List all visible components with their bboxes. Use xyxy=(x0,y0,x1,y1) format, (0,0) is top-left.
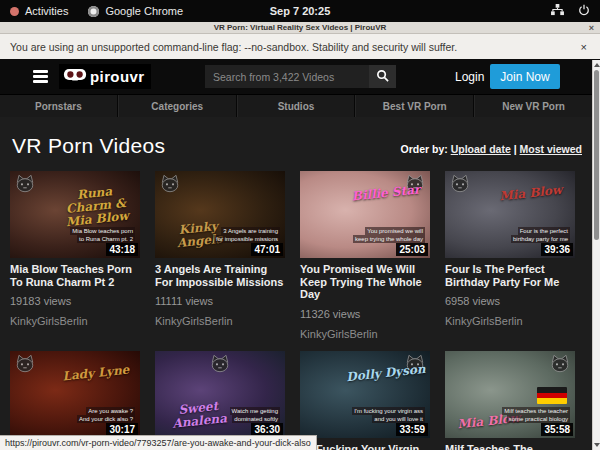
video-views: 11111 views xyxy=(155,295,285,307)
studio-cat-logo-icon xyxy=(404,354,426,377)
studio-cat-logo-icon xyxy=(14,354,36,377)
thumbnail-caption: Four is the perfectbirthday party for me xyxy=(511,227,570,243)
page-title: VR Porn Videos xyxy=(12,134,165,158)
studio-cat-logo-icon xyxy=(209,354,231,377)
site-header: pirouvr Login Join Now xyxy=(0,59,600,94)
thumbnail-caption: 3 Angels are trainingfor impossible miss… xyxy=(214,227,280,243)
main-nav: PornstarsCategoriesStudiosBest VR PornNe… xyxy=(0,94,592,117)
menu-icon[interactable] xyxy=(33,70,48,83)
window-close-icon[interactable]: × xyxy=(589,22,594,34)
studio-cat-logo-icon xyxy=(449,174,471,197)
thumbnail-overlay-name: Lady Lyne xyxy=(54,362,139,384)
system-top-bar: Activities Google Chrome Sep 7 20:25 xyxy=(0,0,600,22)
video-thumbnail[interactable]: Mia BlowMilf teaches the teachersome pra… xyxy=(445,351,575,438)
login-link[interactable]: Login xyxy=(455,70,484,84)
video-studio-link[interactable]: KinkyGirlsBerlin xyxy=(445,315,575,327)
order-by-separator: | xyxy=(514,143,517,155)
thumbnail-overlay-name: Runa Charm & Mia Blow xyxy=(52,183,140,231)
video-duration-badge: 43:18 xyxy=(106,243,138,256)
nav-item-studios[interactable]: Studios xyxy=(237,95,356,117)
nav-item-best-vr-porn[interactable]: Best VR Porn xyxy=(355,95,474,117)
thumbnail-caption: Milf teaches the teachersome practical b… xyxy=(502,407,570,423)
thumbnail-caption: You promised we willkeep trying the whol… xyxy=(353,227,425,243)
video-title[interactable]: Mia Blow Teaches Porn To Runa Charm Pt 2 xyxy=(10,263,140,288)
video-thumbnail[interactable]: Kinky Angels3 Angels are trainingfor imp… xyxy=(155,171,285,258)
thumbnail-caption: I'm fucking your virgin assand you will … xyxy=(352,407,425,423)
system-bar-left: Activities Google Chrome xyxy=(10,5,183,17)
video-card[interactable]: Dolly DysonI'm fucking your virgin assan… xyxy=(300,351,430,450)
studio-cat-logo-icon xyxy=(549,354,571,377)
window-title: VR Porn: Virtual Reality Sex Videos | Pi… xyxy=(214,23,387,32)
search-button[interactable] xyxy=(369,65,396,88)
video-title[interactable]: 3 Angels Are Training For Impossible Mis… xyxy=(155,263,285,288)
video-title[interactable]: Im Fucking Your Virgin Ass And You Will … xyxy=(300,443,430,450)
video-views: 19183 views xyxy=(10,295,140,307)
site-logo-text: pirouvr xyxy=(90,68,144,85)
scrollbar[interactable] xyxy=(592,60,600,450)
order-by-label: Order by: xyxy=(400,143,447,155)
video-grid: Runa Charm & Mia BlowMia Blow teaches po… xyxy=(0,171,592,450)
window-title-bar: VR Porn: Virtual Reality Sex Videos | Pi… xyxy=(0,22,600,34)
scrollbar-up-icon[interactable] xyxy=(594,63,600,67)
chrome-taskbar-item[interactable]: Google Chrome xyxy=(88,5,183,17)
video-duration-badge: 33:59 xyxy=(396,423,428,436)
join-now-button[interactable]: Join Now xyxy=(490,64,560,89)
activities-button[interactable]: Activities xyxy=(10,5,68,17)
search-input[interactable] xyxy=(205,65,369,88)
page-header: VR Porn Videos Order by: Upload date | M… xyxy=(0,117,592,171)
video-duration-badge: 47:01 xyxy=(251,243,283,256)
video-title[interactable]: Milf Teaches The Teacher Some Practical … xyxy=(445,443,575,450)
video-views: 11326 views xyxy=(300,308,430,320)
status-url-bubble: https://pirouvr.com/vr-porn-video/779325… xyxy=(0,435,317,450)
studio-cat-logo-icon xyxy=(404,174,426,197)
video-title[interactable]: You Promised We Will Keep Trying The Who… xyxy=(300,263,430,301)
power-icon[interactable] xyxy=(578,4,590,18)
thumbnail-overlay-name: Mia Blow xyxy=(489,183,574,205)
video-thumbnail[interactable]: Dolly DysonI'm fucking your virgin assan… xyxy=(300,351,430,438)
video-card[interactable]: Mia BlowMilf teaches the teachersome pra… xyxy=(445,351,575,450)
order-by-most-viewed-link[interactable]: Most viewed xyxy=(520,143,582,155)
video-studio-link[interactable]: KinkyGirlsBerlin xyxy=(300,328,430,340)
page-content: VR Porn Videos Order by: Upload date | M… xyxy=(0,117,592,450)
video-studio-link[interactable]: KinkyGirlsBerlin xyxy=(10,315,140,327)
site-logo[interactable]: pirouvr xyxy=(59,64,151,89)
video-card[interactable]: Mia BlowFour is the perfectbirthday part… xyxy=(445,171,575,340)
video-thumbnail[interactable]: Runa Charm & Mia BlowMia Blow teaches po… xyxy=(10,171,140,258)
chrome-warning-bar: You are using an unsupported command-lin… xyxy=(0,34,600,59)
network-icon[interactable] xyxy=(551,4,564,18)
video-thumbnail[interactable]: Sweet AnalenaWatch me gettingdominated s… xyxy=(155,351,285,438)
vr-goggles-icon xyxy=(63,67,87,86)
scrollbar-thumb[interactable] xyxy=(594,70,599,240)
video-duration-badge: 30:17 xyxy=(106,423,138,436)
video-title[interactable]: Four Is The Perfect Birthday Party For M… xyxy=(445,263,575,288)
video-card[interactable]: Billie StarYou promised we willkeep tryi… xyxy=(300,171,430,340)
dismiss-warning-icon[interactable]: × xyxy=(581,41,587,53)
system-bar-right xyxy=(551,4,590,18)
video-thumbnail[interactable]: Mia BlowFour is the perfectbirthday part… xyxy=(445,171,575,258)
video-thumbnail[interactable]: Billie StarYou promised we willkeep tryi… xyxy=(300,171,430,258)
chrome-taskbar-label: Google Chrome xyxy=(105,5,183,17)
nav-item-pornstars[interactable]: Pornstars xyxy=(0,95,118,117)
clock[interactable]: Sep 7 20:25 xyxy=(270,5,331,17)
video-duration-badge: 25:03 xyxy=(396,243,428,256)
video-views: 6958 views xyxy=(445,295,575,307)
thumbnail-caption: Watch me gettingdominated softly xyxy=(230,407,280,423)
activities-label: Activities xyxy=(25,5,68,17)
order-by: Order by: Upload date | Most viewed xyxy=(400,143,582,155)
video-studio-link[interactable]: KinkyGirlsBerlin xyxy=(155,315,285,327)
screen: Activities Google Chrome Sep 7 20:25 VR … xyxy=(0,0,600,450)
video-thumbnail[interactable]: Lady LyneAre you awake ?And your dick al… xyxy=(10,351,140,438)
video-card[interactable]: Kinky Angels3 Angels are trainingfor imp… xyxy=(155,171,285,340)
order-by-upload-date-link[interactable]: Upload date xyxy=(451,143,511,155)
scrollbar-down-icon[interactable] xyxy=(594,443,600,447)
warning-text: You are using an unsupported command-lin… xyxy=(10,41,457,53)
chrome-icon xyxy=(88,6,99,17)
nav-item-categories[interactable]: Categories xyxy=(118,95,237,117)
thumbnail-caption: Mia Blow teaches pornto Runa Charm pt. 2 xyxy=(70,227,135,243)
german-flag-icon xyxy=(537,387,567,404)
video-duration-badge: 39:36 xyxy=(541,243,573,256)
video-duration-badge: 36:30 xyxy=(251,423,283,436)
nav-item-new-vr-porn[interactable]: New VR Porn xyxy=(474,95,592,117)
search-icon xyxy=(376,69,389,85)
video-card[interactable]: Runa Charm & Mia BlowMia Blow teaches po… xyxy=(10,171,140,340)
